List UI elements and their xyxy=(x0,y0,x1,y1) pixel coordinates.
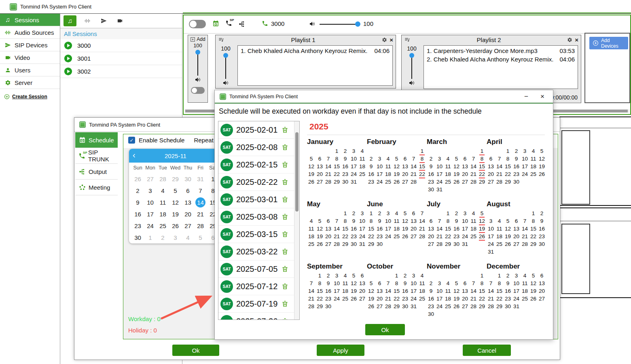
session-row[interactable]: 3002 xyxy=(60,65,182,78)
sidebar-item-audio-sources[interactable]: Audio Sources xyxy=(0,26,60,39)
camera-icon[interactable] xyxy=(114,16,125,26)
calendar-day[interactable]: 17 xyxy=(144,208,157,220)
dialog-ok-button[interactable]: Ok xyxy=(365,324,405,335)
calendar-day[interactable]: 26 xyxy=(169,220,182,232)
speaker-icon[interactable] xyxy=(309,21,316,27)
volume-slider-knob[interactable] xyxy=(195,50,200,55)
calendar-day[interactable]: 18 xyxy=(157,208,169,220)
calendar-day[interactable]: 31 xyxy=(194,173,207,185)
trash-icon[interactable] xyxy=(282,317,288,320)
calendar-day[interactable]: 12 xyxy=(169,197,182,208)
session-toggle[interactable] xyxy=(189,20,206,28)
track-row[interactable]: 2. Cheb Khaled Aïcha Anthony Keyrouz Rem… xyxy=(427,55,575,63)
calendar-day[interactable]: 28 xyxy=(194,220,207,232)
trash-icon[interactable] xyxy=(282,231,288,238)
enable-schedule-checkbox[interactable]: ✓ xyxy=(128,137,135,144)
calendar-day[interactable]: 28 xyxy=(157,173,169,185)
music-icon[interactable]: ♫ xyxy=(64,15,76,26)
session-row[interactable]: 3000 xyxy=(60,39,182,52)
trash-icon[interactable] xyxy=(282,178,288,186)
calendar-day[interactable]: 4 xyxy=(157,185,169,197)
play-icon[interactable] xyxy=(64,67,72,76)
sidebar-item-sessions[interactable]: ♫Sessions xyxy=(0,14,60,26)
calendar-day[interactable]: 5 xyxy=(169,185,182,197)
trash-icon[interactable] xyxy=(282,300,288,307)
calendar-day[interactable]: 30 xyxy=(182,173,194,185)
master-volume-knob[interactable] xyxy=(355,21,360,27)
session-row[interactable]: 3001 xyxy=(60,52,182,65)
calendar-day[interactable]: 14 xyxy=(194,197,207,208)
calendar-day[interactable]: 11 xyxy=(157,197,169,208)
calendar-day[interactable]: 16 xyxy=(131,208,144,220)
trash-icon[interactable] xyxy=(282,213,288,220)
play-icon[interactable] xyxy=(64,41,72,50)
sip-phone-icon[interactable]: SIP xyxy=(225,20,232,27)
calendar-day[interactable]: 5 xyxy=(194,232,207,243)
create-session-link[interactable]: Create Session xyxy=(4,94,47,99)
calendar-day[interactable]: 3 xyxy=(169,232,182,243)
calendar-day[interactable]: 19 xyxy=(169,208,182,220)
add-source-button[interactable]: Add xyxy=(190,36,205,42)
trash-icon[interactable] xyxy=(282,248,288,255)
ok-button[interactable]: Ok xyxy=(172,345,219,356)
scrollbar-thumb[interactable] xyxy=(295,132,299,212)
master-volume-slider[interactable] xyxy=(320,24,358,25)
schedule-icon[interactable] xyxy=(212,20,219,27)
calendar-day[interactable]: 21 xyxy=(194,208,207,220)
all-sessions-header[interactable]: All Sessions xyxy=(60,28,182,39)
output-icon[interactable] xyxy=(239,21,246,28)
calendar-day[interactable]: 9 xyxy=(131,197,144,208)
calendar-day[interactable]: 3 xyxy=(144,185,157,197)
track-row[interactable]: 1. Carpenters-Yesterday Once More.mp303:… xyxy=(427,47,575,55)
trash-icon[interactable] xyxy=(282,126,288,133)
calendar-day[interactable]: 2 xyxy=(131,185,144,197)
sidebar-item-server[interactable]: Server xyxy=(0,76,60,89)
calendar-day[interactable]: 1 xyxy=(144,232,157,243)
trash-icon[interactable] xyxy=(282,144,288,151)
add-panel-toggle[interactable] xyxy=(191,87,205,94)
tab-meeting[interactable]: Meeting xyxy=(75,180,118,195)
tab-output[interactable]: Output xyxy=(75,164,118,180)
calendar-day[interactable]: 4 xyxy=(182,232,194,243)
vertical-scrollbar[interactable] xyxy=(294,121,299,320)
playlist-close-icon[interactable]: × xyxy=(390,37,393,43)
minimize-icon[interactable]: − xyxy=(518,93,534,101)
calendar-day[interactable]: 10 xyxy=(144,197,157,208)
apply-button[interactable]: Apply xyxy=(317,345,364,356)
volume-slider-knob[interactable] xyxy=(409,53,414,58)
calendar-day[interactable]: 27 xyxy=(182,220,194,232)
trash-icon[interactable] xyxy=(282,283,288,290)
calendar-day[interactable]: 6 xyxy=(182,185,194,197)
send-icon[interactable] xyxy=(98,16,109,26)
calendar-day[interactable]: 20 xyxy=(182,208,194,220)
calendar-day[interactable]: 13 xyxy=(182,197,194,208)
sidebar-item-video[interactable]: Video xyxy=(0,51,60,64)
close-icon[interactable]: × xyxy=(534,93,551,101)
calendar-day[interactable]: 30 xyxy=(131,232,144,243)
cancel-button[interactable]: Cancel xyxy=(463,345,511,356)
trash-icon[interactable] xyxy=(282,196,288,203)
calendar-day[interactable]: 7 xyxy=(194,185,207,197)
sidebar-item-users[interactable]: Users xyxy=(0,64,60,76)
calendar-day[interactable]: 26 xyxy=(131,173,144,185)
playlist-settings-icon[interactable] xyxy=(567,37,572,42)
volume-slider[interactable] xyxy=(225,55,226,79)
wave-icon[interactable] xyxy=(82,16,93,26)
calendar-day[interactable]: 23 xyxy=(131,220,144,232)
volume-slider-knob[interactable] xyxy=(223,53,228,58)
playlist-close-icon[interactable]: × xyxy=(575,37,578,43)
play-icon[interactable] xyxy=(64,54,72,63)
sidebar-item-sip-devices[interactable]: SIP Devices xyxy=(0,39,60,51)
track-row[interactable]: 1. Cheb Khaled Aïcha Anthony Keyrouz Rem… xyxy=(241,47,390,55)
add-devices-button[interactable]: Add Devices xyxy=(589,37,628,49)
prev-month-icon[interactable] xyxy=(129,153,140,159)
playlist-settings-icon[interactable] xyxy=(382,37,387,42)
tab-schedule[interactable]: Schedule xyxy=(75,132,118,148)
tab-sip-trunk[interactable]: SIPSIP TRUNK xyxy=(75,148,118,164)
calendar-day[interactable]: 25 xyxy=(157,220,169,232)
trash-icon[interactable] xyxy=(282,265,288,273)
trash-icon[interactable] xyxy=(282,161,288,168)
calendar-day[interactable]: 27 xyxy=(144,173,157,185)
calendar-day[interactable]: 2 xyxy=(157,232,169,243)
calendar-day[interactable]: 29 xyxy=(169,173,182,185)
